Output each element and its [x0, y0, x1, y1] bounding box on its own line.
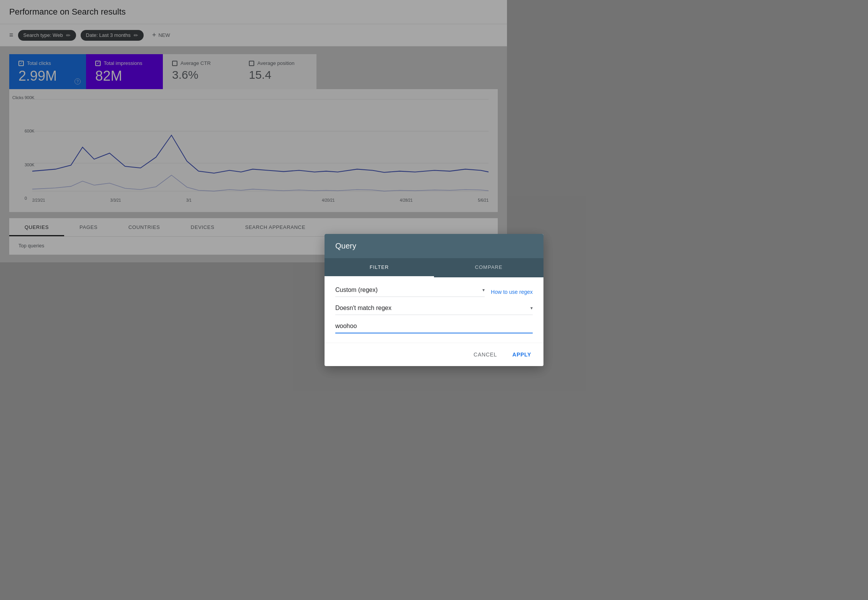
how-to-use-regex-link[interactable]: How to use regex	[491, 289, 507, 295]
filter-type-value: Custom (regex)	[335, 287, 482, 293]
modal-tab-compare[interactable]: COMPARE	[434, 258, 507, 277]
modal-title: Query	[335, 242, 507, 250]
filter-type-select-row: Custom (regex) ▾ How to use regex	[335, 287, 507, 297]
modal-tab-filter[interactable]: FILTER	[325, 258, 434, 277]
modal-tabs: FILTER COMPARE	[325, 258, 507, 277]
filter-type-select[interactable]: Custom (regex) ▾	[335, 287, 485, 297]
match-type-select[interactable]: Doesn't match regex ▾	[335, 305, 507, 315]
modal-body: Custom (regex) ▾ How to use regex Doesn'…	[325, 277, 507, 343]
match-type-value: Doesn't match regex	[335, 305, 507, 312]
modal-header: Query	[325, 234, 507, 258]
query-modal: Query FILTER COMPARE Custom (regex) ▾ Ho…	[325, 234, 507, 357]
filter-type-row: Custom (regex) ▾ How to use regex	[335, 287, 507, 297]
cancel-button[interactable]: CANCEL	[467, 348, 503, 357]
filter-type-arrow-icon: ▾	[482, 287, 485, 293]
regex-input-row	[335, 323, 507, 333]
apply-button[interactable]: APPLY	[506, 348, 507, 357]
match-type-row: Doesn't match regex ▾	[335, 305, 507, 315]
modal-footer: CANCEL APPLY	[325, 343, 507, 357]
regex-input[interactable]	[335, 323, 507, 333]
